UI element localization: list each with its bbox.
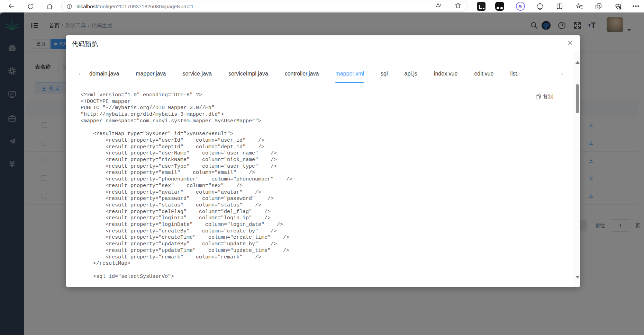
tab-api.js[interactable]: api.js xyxy=(405,65,417,83)
toolbar-separator xyxy=(549,3,549,9)
tab-edit.vue[interactable]: edit.vue xyxy=(474,65,493,83)
modal-scrollbar xyxy=(574,51,580,287)
url-host: localhost xyxy=(76,3,97,9)
back-icon[interactable] xyxy=(7,2,16,11)
modal-title: 代码预览 xyxy=(72,40,98,49)
tab-controller.java[interactable]: controller.java xyxy=(285,65,319,83)
tab-index.vue[interactable]: index.vue xyxy=(434,65,458,83)
scrollbar-thumb[interactable] xyxy=(576,84,579,113)
tabs-next-icon[interactable]: › xyxy=(561,70,563,78)
tabs-bar: ‹ domain.javamapper.javaservice.javaserv… xyxy=(82,65,558,83)
scroll-up-icon[interactable] xyxy=(575,61,580,64)
tab-domain.java[interactable]: domain.java xyxy=(89,65,119,83)
code-block: <?xml version="1.0" encoding="UTF-8" ?> … xyxy=(81,92,292,280)
copy-button[interactable]: 复制 xyxy=(536,94,553,100)
site-info-icon[interactable] xyxy=(66,3,72,9)
read-aloud-icon[interactable] xyxy=(435,1,442,9)
extension-l-label: L xyxy=(479,4,482,9)
tabs-prev-icon[interactable]: ‹ xyxy=(79,70,81,78)
tab-mapper.xml[interactable]: mapper.xml xyxy=(335,65,364,83)
tab-sql[interactable]: sql xyxy=(381,65,388,83)
extensions-puzzle-icon[interactable] xyxy=(535,1,545,11)
tab-service.java[interactable]: service.java xyxy=(182,65,211,83)
home-icon[interactable] xyxy=(45,2,54,11)
collections-icon[interactable] xyxy=(574,1,584,11)
extension-l-icon[interactable]: L xyxy=(476,1,486,11)
favorite-star-icon[interactable] xyxy=(454,1,462,9)
tab-mapper.java[interactable]: mapper.java xyxy=(136,65,166,83)
tab-serviceImpl.java[interactable]: serviceImpl.java xyxy=(228,65,268,83)
scroll-down-icon[interactable] xyxy=(575,276,580,279)
preview-tabs: domain.javamapper.javaservice.javaservic… xyxy=(89,65,518,83)
refresh-icon[interactable] xyxy=(26,2,35,11)
copy-label: 复制 xyxy=(543,94,553,100)
browser-essentials-icon[interactable] xyxy=(613,1,623,11)
copy-icon xyxy=(536,94,541,99)
extension-ai-icon[interactable]: Ai xyxy=(516,1,525,11)
more-menu-icon[interactable]: ••• xyxy=(631,1,641,11)
address-bar[interactable]: localhost/tool/gen?t=1709371825080&pageN… xyxy=(62,1,467,11)
extension-ai-label: Ai xyxy=(516,2,525,11)
split-screen-icon[interactable] xyxy=(555,1,564,11)
url-text: localhost/tool/gen?t=1709371825080&pageN… xyxy=(76,3,194,9)
browser-toolbar: localhost/tool/gen?t=1709371825080&pageN… xyxy=(0,0,644,12)
tab-list.[interactable]: list. xyxy=(510,65,518,83)
close-icon[interactable]: × xyxy=(568,38,573,47)
duplicate-tab-icon[interactable] xyxy=(593,1,603,11)
code-preview-modal: 代码预览 × ‹ domain.javamapper.javaservice.j… xyxy=(66,35,580,287)
url-path: /tool/gen?t=1709371825080&pageNum=1 xyxy=(97,3,193,9)
extension-dark-icon[interactable] xyxy=(495,1,505,11)
